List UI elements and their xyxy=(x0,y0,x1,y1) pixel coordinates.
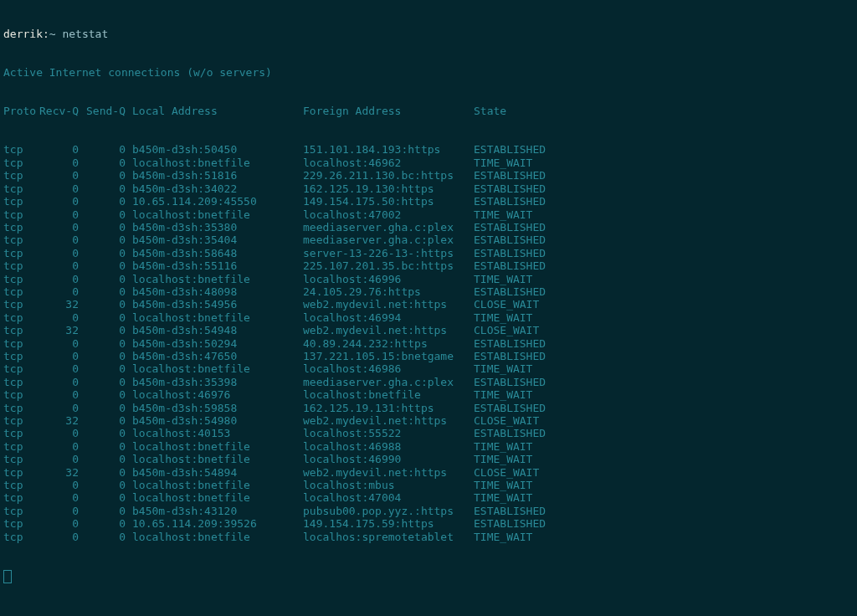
cell-local: localhost:46976 xyxy=(132,388,303,401)
cell-sendq: 0 xyxy=(79,414,126,427)
cell-sendq: 0 xyxy=(79,324,126,336)
cell-recvq: 0 xyxy=(38,479,79,491)
cell-sendq: 0 xyxy=(79,466,126,479)
cell-proto: tcp xyxy=(3,259,38,272)
cell-sendq: 0 xyxy=(79,182,126,195)
cell-local: b450m-d3sh:54956 xyxy=(132,298,303,311)
cell-state: ESTABLISHED xyxy=(474,169,574,182)
title-line: Active Internet connections (w/o servers… xyxy=(3,66,854,79)
cell-local: localhost:bnetfile xyxy=(132,491,303,504)
cell-foreign: web2.mydevil.net:https xyxy=(303,324,474,336)
connection-row: tcp00 b450m-d3sh:5029440.89.244.232:http… xyxy=(3,337,854,350)
connection-row: tcp00 localhost:40153localhost:55522ESTA… xyxy=(3,427,854,439)
cell-recvq: 0 xyxy=(38,234,79,246)
cell-local: localhost:bnetfile xyxy=(132,157,303,169)
cell-sendq: 0 xyxy=(79,143,126,156)
connection-row: tcp00 b450m-d3sh:35398meediaserver.gha.c… xyxy=(3,376,854,388)
cell-proto: tcp xyxy=(3,466,38,479)
cell-state: TIME_WAIT xyxy=(474,388,574,401)
cell-state: TIME_WAIT xyxy=(474,273,574,285)
connection-row: tcp00 localhost:bnetfilelocalhost:46986T… xyxy=(3,362,854,375)
cell-foreign: server-13-226-13-:https xyxy=(303,247,474,259)
connection-row: tcp00 localhost:bnetfilelocalhost:46994T… xyxy=(3,311,854,324)
cell-proto: tcp xyxy=(3,402,38,414)
cell-local: b450m-d3sh:55116 xyxy=(132,259,303,272)
cell-recvq: 0 xyxy=(38,350,79,362)
cell-local: b450m-d3sh:43120 xyxy=(132,505,303,517)
cell-sendq: 0 xyxy=(79,195,126,208)
cell-recvq: 0 xyxy=(38,273,79,285)
cell-state: ESTABLISHED xyxy=(474,259,574,272)
cell-recvq: 0 xyxy=(38,505,79,517)
cell-local: b450m-d3sh:58648 xyxy=(132,247,303,259)
cell-foreign: 162.125.19.130:https xyxy=(303,182,474,195)
connection-row: tcp320 b450m-d3sh:54980web2.mydevil.net:… xyxy=(3,414,854,427)
cell-proto: tcp xyxy=(3,247,38,259)
cell-sendq: 0 xyxy=(79,453,126,465)
cell-foreign: meediaserver.gha.c:plex xyxy=(303,234,474,246)
connection-row: tcp00 b450m-d3sh:34022162.125.19.130:htt… xyxy=(3,182,854,195)
cell-recvq: 0 xyxy=(38,259,79,272)
cell-local: localhost:bnetfile xyxy=(132,362,303,375)
cell-local: b450m-d3sh:34022 xyxy=(132,182,303,195)
cell-proto: tcp xyxy=(3,531,38,543)
cell-local: b450m-d3sh:35380 xyxy=(132,221,303,234)
cell-sendq: 0 xyxy=(79,517,126,530)
cell-proto: tcp xyxy=(3,143,38,156)
cell-proto: tcp xyxy=(3,298,38,311)
cell-state: ESTABLISHED xyxy=(474,143,574,156)
cell-proto: tcp xyxy=(3,491,38,504)
cell-local: localhost:bnetfile xyxy=(132,440,303,453)
cell-proto: tcp xyxy=(3,479,38,491)
connection-row: tcp00 b450m-d3sh:50450151.101.184.193:ht… xyxy=(3,143,854,156)
cell-sendq: 0 xyxy=(79,298,126,311)
connection-row: tcp00 b450m-d3sh:58648server-13-226-13-:… xyxy=(3,247,854,259)
cell-proto: tcp xyxy=(3,388,38,401)
cell-foreign: web2.mydevil.net:https xyxy=(303,298,474,311)
cell-foreign: localhost:46994 xyxy=(303,311,474,324)
prompt-user: derrik xyxy=(3,28,43,40)
cell-proto: tcp xyxy=(3,208,38,221)
cell-foreign: 149.154.175.59:https xyxy=(303,517,474,530)
hdr-sendq: Send-Q xyxy=(79,105,126,117)
cell-recvq: 0 xyxy=(38,491,79,504)
cell-state: ESTABLISHED xyxy=(474,427,574,439)
terminal-window[interactable]: derrik:~ netstat Active Internet connect… xyxy=(0,0,857,601)
cell-sendq: 0 xyxy=(79,491,126,504)
cell-recvq: 0 xyxy=(38,208,79,221)
cell-local: localhost:bnetfile xyxy=(132,273,303,285)
cell-sendq: 0 xyxy=(79,259,126,272)
cell-recvq: 0 xyxy=(38,337,79,350)
cell-foreign: web2.mydevil.net:https xyxy=(303,466,474,479)
cell-state: TIME_WAIT xyxy=(474,453,574,465)
cell-local: b450m-d3sh:54894 xyxy=(132,466,303,479)
connection-row: tcp00 b450m-d3sh:4809824.105.29.76:https… xyxy=(3,285,854,298)
cell-sendq: 0 xyxy=(79,440,126,453)
prompt-line: derrik:~ netstat xyxy=(3,28,854,40)
cell-state: ESTABLISHED xyxy=(474,221,574,234)
cell-sendq: 0 xyxy=(79,311,126,324)
cursor-line[interactable] xyxy=(3,569,854,586)
connection-row: tcp00 b450m-d3sh:47650137.221.105.15:bne… xyxy=(3,350,854,362)
cell-state: ESTABLISHED xyxy=(474,247,574,259)
hdr-foreign: Foreign Address xyxy=(303,105,474,117)
cell-state: ESTABLISHED xyxy=(474,350,574,362)
cell-foreign: localhost:46990 xyxy=(303,453,474,465)
cell-state: TIME_WAIT xyxy=(474,491,574,504)
connection-row: tcp00 localhost:bnetfilelocalhost:46988T… xyxy=(3,440,854,453)
cell-foreign: 149.154.175.50:https xyxy=(303,195,474,208)
cell-local: 10.65.114.209:45550 xyxy=(132,195,303,208)
connection-row: tcp320 b450m-d3sh:54948web2.mydevil.net:… xyxy=(3,324,854,336)
cell-proto: tcp xyxy=(3,324,38,336)
cell-foreign: web2.mydevil.net:https xyxy=(303,414,474,427)
cell-foreign: localhost:55522 xyxy=(303,427,474,439)
connection-row: tcp00 b450m-d3sh:43120pubsub00.pop.yyz.:… xyxy=(3,505,854,517)
prompt-command: netstat xyxy=(62,28,108,40)
connection-row: tcp00 10.65.114.209:45550149.154.175.50:… xyxy=(3,195,854,208)
cell-state: CLOSE_WAIT xyxy=(474,298,574,311)
cell-foreign: meediaserver.gha.c:plex xyxy=(303,376,474,388)
cell-recvq: 0 xyxy=(38,376,79,388)
cell-sendq: 0 xyxy=(79,221,126,234)
cell-state: TIME_WAIT xyxy=(474,208,574,221)
cell-sendq: 0 xyxy=(79,531,126,543)
